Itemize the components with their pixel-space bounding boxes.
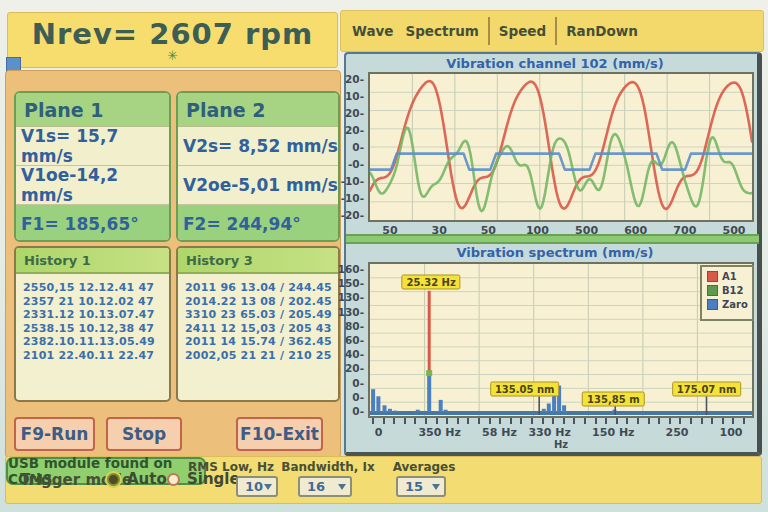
rpm-header: Nrev= 2607 rpm ✳ [7, 12, 338, 68]
legend-item: Zaro [707, 299, 752, 310]
axis-tick [383, 418, 385, 424]
y-tick-label: -10- [341, 192, 364, 204]
axis-tick [404, 418, 406, 424]
wave-chart-plot [368, 72, 754, 222]
history3-list: History 3 2011 96 13.04 / 244.45 2014.22… [176, 246, 340, 402]
averages-value: 15 [405, 479, 423, 494]
axis-tick [690, 418, 692, 424]
axis-tick [658, 418, 660, 424]
axis-tick [393, 418, 395, 424]
axis-tick [457, 418, 459, 424]
plane1-title: Plane 1 [16, 93, 169, 127]
y-tick-label: 0- [352, 405, 364, 417]
averages-label: Averages [393, 460, 456, 474]
averages-dropdown[interactable]: 15 [396, 476, 446, 497]
spectrum-axis-ticks [368, 418, 754, 426]
y-tick-label: 130- [338, 306, 364, 318]
list-item[interactable]: 2014.22 13 08 / 202.45 [185, 295, 338, 309]
run-button[interactable]: F9-Run [14, 417, 95, 451]
plane1-v1s-value: V1s= 15,7 mm/s [16, 127, 169, 166]
chevron-down-icon [264, 484, 272, 490]
axis-tick [626, 418, 628, 424]
list-item[interactable]: 2357 21 10.12.02 47 [23, 295, 169, 309]
spectrum-chart-title: Vibration spectrum (mm/s) [360, 245, 750, 260]
chart-separator [346, 234, 759, 244]
axis-tick [467, 418, 469, 424]
spectrum-chart-x-axis: 0350 Hz58 Hz330 Hz150 Hz250100 [368, 426, 754, 440]
list-item[interactable]: 2002,05 21 21 / 210 25 [185, 349, 338, 363]
axis-tick [711, 418, 713, 424]
trigger-auto-radio[interactable] [107, 473, 120, 486]
axis-tick [669, 418, 671, 424]
spectrum-chart-plot [368, 262, 754, 418]
axis-tick [563, 418, 565, 424]
axis-tick [425, 418, 427, 424]
plane2-v2oe-value: V2oe-5,01 mm/s [178, 166, 338, 205]
x-tick-label: 150 Hz [592, 426, 634, 439]
bandwidth-dropdown[interactable]: 16 [298, 476, 352, 497]
legend-label: A1 [722, 271, 737, 282]
rms-low-dropdown[interactable]: 10 [236, 476, 278, 497]
history1-body: 2550,15 12.12.41 47 2357 21 10.12.02 47 … [16, 274, 169, 362]
y-tick-label: -10- [341, 175, 364, 187]
tab-randown[interactable]: RanDown [560, 23, 644, 39]
y-tick-label: 60- [345, 334, 364, 346]
exit-button[interactable]: F10-Exit [236, 417, 323, 451]
trigger-single-radio[interactable] [167, 473, 180, 486]
list-item[interactable]: 3310 23 65.03 / 205.49 [185, 308, 338, 322]
chevron-down-icon [338, 484, 346, 490]
axis-tick [605, 418, 607, 424]
axis-tick [499, 418, 501, 424]
axis-tick [573, 418, 575, 424]
y-tick-label: 80- [345, 320, 364, 332]
tab-wave[interactable]: Wave [346, 23, 399, 39]
y-tick-label: 0- [352, 377, 364, 389]
wave-chart-y-axis: 20-10-20-20-0--0--10--10--20- [340, 72, 364, 222]
legend-swatch-blue [707, 299, 718, 310]
history3-title: History 3 [178, 248, 338, 274]
chart-tabs-bar: Wave Spectrum Speed RanDown [340, 10, 764, 52]
bandwidth-value: 16 [307, 479, 325, 494]
list-item[interactable]: 2550,15 12.12.41 47 [23, 281, 169, 295]
x-tick-label: 250 [666, 426, 689, 439]
list-item[interactable]: 2011 14 15.74 / 362.45 [185, 335, 338, 349]
y-tick-label: 160- [338, 263, 364, 275]
y-tick-label: 130- [338, 291, 364, 303]
tab-speed[interactable]: Speed [493, 23, 552, 39]
axis-tick [478, 418, 480, 424]
plane2-title: Plane 2 [178, 93, 338, 127]
list-item[interactable]: 2411 12 15,03 / 205 43 [185, 322, 338, 336]
axis-tick [648, 418, 650, 424]
x-tick-label: 100 [720, 426, 743, 439]
history3-body: 2011 96 13.04 / 244.45 2014.22 13 08 / 2… [178, 274, 338, 362]
axis-tick [542, 418, 544, 424]
list-item[interactable]: 2331.12 10.13.07.47 [23, 308, 169, 322]
x-tick-label: 350 Hz [418, 426, 460, 439]
list-item[interactable]: 2382.10.11.13.05.49 [23, 335, 169, 349]
axis-tick [414, 418, 416, 424]
y-tick-label: 20- [345, 362, 364, 374]
axis-tick [732, 418, 734, 424]
list-item[interactable]: 2011 96 13.04 / 244.45 [185, 281, 338, 295]
axis-tick [436, 418, 438, 424]
rms-low-label: RMS Low, Hz [188, 460, 274, 474]
tab-spectrum[interactable]: Spectrum [399, 23, 484, 39]
list-item[interactable]: 2101 22.40.11 22.47 [23, 349, 169, 363]
plane1-phase-value: F1= 185,65° [16, 205, 169, 242]
list-item[interactable]: 2538.15 10.12,38 47 [23, 322, 169, 336]
stop-button[interactable]: Stop [106, 417, 182, 451]
axis-tick [531, 418, 533, 424]
y-tick-label: 20- [345, 124, 364, 136]
y-tick-label: -0- [348, 158, 364, 170]
legend-swatch-red [707, 271, 718, 282]
legend-item: B12 [707, 285, 752, 296]
y-tick-label: 150- [338, 277, 364, 289]
x-tick-label: 330 Hz [528, 426, 570, 439]
wave-chart-title: Vibration channel 102 (mm/s) [360, 56, 750, 71]
settings-bar: Trigger mode Auto Single RMS Low, Hz 10 … [5, 456, 762, 504]
rpm-readout: Nrev= 2607 rpm [8, 13, 337, 51]
x-tick-label: 58 Hz [482, 426, 517, 439]
y-tick-label: 20- [345, 107, 364, 119]
axis-tick [595, 418, 597, 424]
plane2-v2s-value: V2s= 8,52 mm/s [178, 127, 338, 166]
